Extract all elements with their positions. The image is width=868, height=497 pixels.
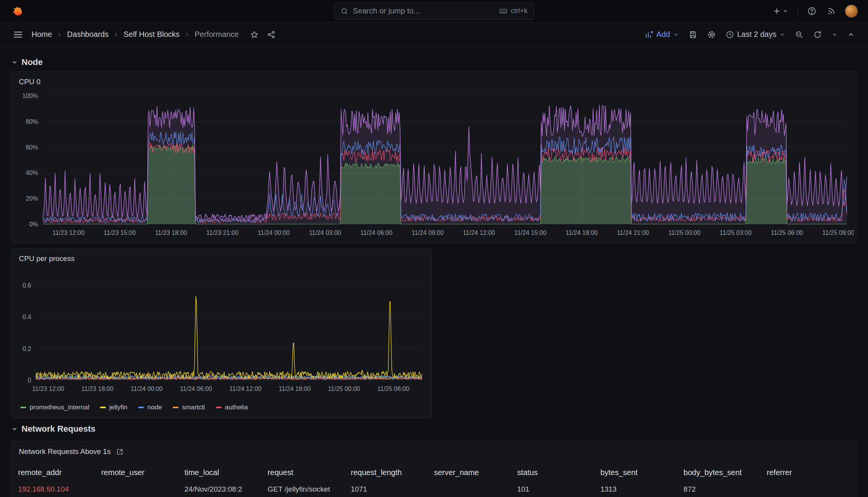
column-header[interactable]: server_name bbox=[434, 468, 517, 477]
panel-cpu0-title[interactable]: CPU 0 bbox=[19, 78, 40, 86]
column-header[interactable]: time_local bbox=[184, 468, 267, 477]
legend-item[interactable]: prometheus_internal bbox=[20, 404, 89, 411]
network-table-body: 192.168.50.10424/Nov/2023:08:2GET /jelly… bbox=[12, 482, 856, 497]
hamburger-icon bbox=[13, 30, 23, 40]
legend-marker bbox=[20, 407, 26, 408]
time-range-label: Last 2 days bbox=[737, 30, 776, 39]
breadcrumb-folder[interactable]: Self Host Blocks bbox=[124, 30, 180, 39]
refresh-button[interactable] bbox=[810, 27, 825, 42]
user-avatar[interactable] bbox=[845, 5, 858, 18]
panel-cpu-per-process: CPU per process 11/23 12:0011/23 18:0011… bbox=[12, 248, 432, 418]
svg-text:60%: 60% bbox=[26, 144, 38, 151]
refresh-interval-button[interactable] bbox=[829, 29, 840, 40]
legend-item[interactable]: jellyfin bbox=[100, 404, 127, 411]
chevron-down-icon bbox=[673, 32, 679, 37]
column-header[interactable]: referrer bbox=[767, 468, 850, 477]
news-rss-button[interactable] bbox=[826, 5, 837, 17]
panel-cpu-process-title[interactable]: CPU per process bbox=[19, 254, 75, 263]
svg-text:100%: 100% bbox=[22, 93, 38, 99]
table-cell: 24/Nov/2023:08:2 bbox=[184, 485, 267, 494]
chevron-up-icon bbox=[847, 31, 855, 38]
legend-marker bbox=[138, 407, 144, 408]
graph-add-icon bbox=[645, 30, 653, 39]
mega-menu-button[interactable] bbox=[10, 27, 26, 43]
shortcut-label: ctrl+k bbox=[511, 7, 527, 15]
legend-item[interactable]: authelia bbox=[216, 404, 248, 411]
breadcrumb-dashboards[interactable]: Dashboards bbox=[67, 30, 108, 39]
cpu0-chart[interactable]: 11/23 12:0011/23 15:0011/23 18:0011/23 2… bbox=[14, 90, 854, 240]
svg-text:11/25 03:00: 11/25 03:00 bbox=[719, 229, 751, 236]
chevron-down-icon bbox=[780, 32, 785, 37]
table-cell: GET /jellyfin/socket bbox=[268, 485, 351, 494]
chevron-right-icon bbox=[113, 32, 119, 37]
column-header[interactable]: remote_addr bbox=[18, 468, 101, 477]
external-link-icon[interactable] bbox=[116, 448, 124, 455]
search-input[interactable] bbox=[353, 7, 494, 15]
svg-text:11/24 15:00: 11/24 15:00 bbox=[514, 229, 546, 236]
grafana-logo[interactable] bbox=[10, 4, 25, 18]
table-cell: 1071 bbox=[351, 485, 434, 494]
row-network-requests[interactable]: Network Requests bbox=[12, 420, 856, 438]
panel-cpu-process-header: CPU per process bbox=[12, 249, 431, 269]
divider bbox=[798, 6, 798, 16]
time-range-picker[interactable]: Last 2 days bbox=[723, 27, 788, 42]
panel-network-title[interactable]: Network Requests Above 1s bbox=[19, 447, 111, 456]
svg-text:11/23 12:00: 11/23 12:00 bbox=[52, 229, 84, 236]
legend-label: jellyfin bbox=[109, 404, 127, 411]
refresh-icon bbox=[813, 30, 822, 39]
dashboard-toolbar: Home Dashboards Self Host Blocks Perform… bbox=[0, 22, 868, 47]
legend-marker bbox=[173, 407, 179, 408]
svg-text:11/25 06:00: 11/25 06:00 bbox=[771, 229, 803, 236]
add-label: Add bbox=[656, 30, 670, 39]
legend-marker bbox=[100, 407, 106, 408]
dashboard-quick-actions bbox=[247, 27, 279, 42]
search-icon bbox=[341, 7, 348, 15]
svg-text:11/23 15:00: 11/23 15:00 bbox=[104, 229, 136, 236]
cpu-per-process-chart[interactable]: 11/23 12:0011/23 18:0011/24 00:0011/24 0… bbox=[14, 267, 429, 396]
legend-marker bbox=[216, 407, 222, 408]
column-header[interactable]: remote_user bbox=[101, 468, 184, 477]
row-node[interactable]: Node bbox=[12, 53, 856, 71]
svg-text:11/23 21:00: 11/23 21:00 bbox=[206, 229, 238, 236]
zoom-out-button[interactable] bbox=[792, 27, 806, 42]
help-button[interactable] bbox=[806, 5, 818, 17]
svg-text:11/24 09:00: 11/24 09:00 bbox=[412, 229, 444, 236]
svg-text:11/25 06:00: 11/25 06:00 bbox=[377, 386, 409, 392]
row-network-label: Network Requests bbox=[22, 424, 95, 434]
legend-item[interactable]: node bbox=[138, 404, 162, 411]
save-dashboard-button[interactable] bbox=[686, 27, 700, 42]
add-panel-button[interactable]: Add bbox=[642, 27, 682, 42]
cpu-process-legend: prometheus_internaljellyfinnodesmartctla… bbox=[20, 402, 427, 413]
chevron-right-icon bbox=[184, 32, 190, 37]
table-cell: 872 bbox=[684, 485, 767, 494]
table-row[interactable]: 192.168.50.10424/Nov/2023:08:2GET /jelly… bbox=[12, 482, 856, 497]
legend-label: prometheus_internal bbox=[30, 404, 89, 411]
legend-item[interactable]: smartctl bbox=[173, 404, 205, 411]
svg-text:11/24 18:00: 11/24 18:00 bbox=[279, 386, 310, 392]
svg-text:11/23 18:00: 11/23 18:00 bbox=[155, 229, 187, 236]
column-header[interactable]: body_bytes_sent bbox=[684, 468, 767, 477]
gear-icon bbox=[707, 30, 716, 39]
column-header[interactable]: request_length bbox=[351, 468, 434, 477]
new-button[interactable] bbox=[771, 5, 790, 17]
column-header[interactable]: status bbox=[517, 468, 600, 477]
svg-text:0: 0 bbox=[28, 377, 31, 384]
svg-text:11/24 21:00: 11/24 21:00 bbox=[617, 229, 649, 236]
column-header[interactable]: bytes_sent bbox=[600, 468, 683, 477]
favorite-button[interactable] bbox=[247, 27, 262, 42]
breadcrumb-current: Performance bbox=[195, 30, 239, 39]
svg-text:11/24 12:00: 11/24 12:00 bbox=[463, 229, 495, 236]
dashboard-settings-button[interactable] bbox=[704, 27, 719, 42]
column-header[interactable]: request bbox=[268, 468, 351, 477]
share-button[interactable] bbox=[264, 27, 279, 42]
collapse-toolbar-button[interactable] bbox=[844, 28, 858, 42]
chevron-down-icon bbox=[783, 8, 788, 14]
svg-text:20%: 20% bbox=[26, 195, 38, 202]
svg-text:0%: 0% bbox=[29, 221, 38, 228]
panel-cpu0: CPU 0 11/23 12:0011/23 15:0011/23 18:001… bbox=[12, 71, 856, 243]
svg-text:11/25 09:00: 11/25 09:00 bbox=[822, 229, 854, 236]
svg-text:0.2: 0.2 bbox=[23, 346, 31, 352]
svg-text:40%: 40% bbox=[26, 170, 38, 176]
breadcrumb-home[interactable]: Home bbox=[32, 30, 52, 39]
panel-network-header: Network Requests Above 1s bbox=[12, 442, 856, 462]
